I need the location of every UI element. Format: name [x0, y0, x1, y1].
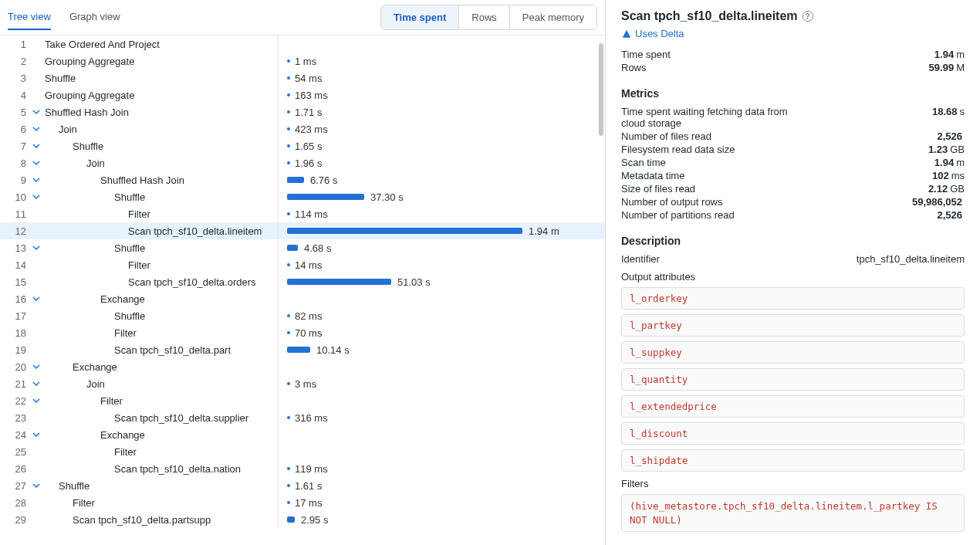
metric-cell: 37.30 s [287, 188, 404, 205]
output-attribute: l_partkey [621, 314, 965, 337]
metric-cell: 163 ms [287, 86, 328, 103]
chevron-down-icon[interactable] [31, 193, 42, 201]
line-number: 8 [0, 157, 31, 169]
metric-rows-button[interactable]: Rows [459, 5, 510, 29]
line-number: 10 [0, 191, 31, 203]
metric-value: 1 ms [295, 56, 316, 67]
metrics-heading: Metrics [621, 87, 965, 100]
line-number: 1 [0, 39, 31, 50]
chevron-down-icon[interactable] [31, 108, 42, 116]
identifier-label: Identifier [621, 253, 660, 265]
node-label: Shuffle [111, 310, 145, 322]
metric-key: Filesystem read data size [621, 144, 735, 155]
tree-row[interactable]: 16Exchange [0, 290, 605, 307]
metric-value: 37.30 s [370, 191, 404, 203]
metric-dot [287, 331, 290, 334]
metric-bar [287, 516, 295, 523]
metric-value: 1.96 s [295, 157, 322, 169]
line-number: 6 [0, 124, 31, 135]
metric-memory-button[interactable]: Peak memory [510, 5, 596, 29]
chevron-down-icon[interactable] [31, 397, 42, 405]
tree-row[interactable]: 1Take Ordered And Project [0, 36, 605, 52]
node-label: Join [56, 124, 77, 135]
chevron-down-icon[interactable] [31, 482, 42, 489]
metric-value: 51.03 s [397, 276, 431, 288]
line-number: 5 [0, 107, 31, 118]
chevron-down-icon[interactable] [31, 244, 42, 252]
tab-graph-view[interactable]: Graph view [69, 5, 120, 30]
metric-cell: 1.94 m [287, 222, 559, 239]
tree-row[interactable]: 25Filter [0, 443, 605, 460]
metric-cell: 423 ms [287, 120, 328, 137]
node-label: Shuffled Hash Join [97, 174, 184, 186]
node-label: Filter [125, 208, 150, 220]
line-number: 19 [0, 344, 31, 356]
line-number: 17 [0, 310, 31, 322]
metric-dot [287, 110, 290, 113]
tree-row[interactable]: 24Exchange [0, 426, 605, 443]
metric-value: 316 ms [295, 412, 328, 424]
metric-value: 119 ms [295, 463, 328, 475]
metric-val: 18.68s [932, 106, 965, 129]
chevron-down-icon[interactable] [31, 431, 42, 438]
metric-val: 59,986,052 [912, 196, 965, 208]
node-label: Filter [111, 446, 137, 458]
line-number: 11 [0, 208, 31, 220]
metric-toggle: Time spent Rows Peak memory [380, 5, 597, 30]
metric-cell: 1.71 s [287, 103, 322, 120]
node-label: Shuffle [69, 140, 103, 152]
line-number: 27 [0, 480, 31, 492]
metric-bar [287, 279, 391, 285]
output-attribute: l_shipdate [621, 449, 965, 472]
metric-value: 1.94 m [529, 225, 559, 237]
metric-value: 423 ms [295, 124, 328, 135]
node-label: Filter [69, 497, 95, 509]
node-label: Join [83, 378, 105, 390]
metric-val: 1.94m [934, 157, 965, 168]
delta-icon [621, 29, 632, 39]
metric-dot [287, 212, 290, 215]
line-number: 18 [0, 327, 31, 339]
summary-key: Time spent [621, 49, 671, 60]
node-label: Scan tpch_sf10_delta.supplier [111, 412, 248, 424]
metric-val: 1.23GB [928, 144, 965, 155]
detail-title: Scan tpch_sf10_delta.lineitem ? [621, 9, 965, 23]
metric-value: 1.61 s [295, 480, 322, 492]
metric-cell: 70 ms [287, 324, 322, 341]
metric-dot [287, 161, 290, 164]
chevron-down-icon[interactable] [31, 295, 42, 303]
chevron-down-icon[interactable] [31, 125, 42, 133]
help-icon[interactable]: ? [803, 11, 813, 22]
line-number: 15 [0, 276, 31, 288]
tree-row[interactable]: 22Filter [0, 392, 605, 409]
metric-dot [287, 467, 290, 470]
metric-cell: 17 ms [287, 494, 322, 511]
metric-value: 1.65 s [295, 140, 322, 152]
line-number: 16 [0, 293, 31, 305]
chevron-down-icon[interactable] [31, 142, 42, 150]
chevron-down-icon[interactable] [31, 363, 42, 371]
tree-row[interactable]: 20Exchange [0, 358, 605, 375]
chevron-down-icon[interactable] [31, 159, 42, 167]
description-heading: Description [621, 235, 965, 247]
detail-panel: Scan tpch_sf10_delta.lineitem ? Uses Del… [606, 0, 980, 545]
line-number: 13 [0, 242, 31, 254]
metric-dot [287, 501, 290, 504]
metric-dot [287, 484, 290, 487]
tab-tree-view[interactable]: Tree view [8, 5, 51, 30]
line-number: 26 [0, 463, 31, 475]
metric-val: 102ms [932, 170, 965, 181]
metric-key: Metadata time [621, 170, 684, 181]
node-label: Shuffle [56, 480, 90, 492]
metric-val: 2,526 [937, 209, 965, 221]
chevron-down-icon[interactable] [31, 176, 42, 184]
uses-delta-badge: Uses Delta [621, 28, 965, 39]
line-number: 12 [0, 225, 31, 237]
scrollbar[interactable] [599, 43, 603, 136]
chevron-down-icon[interactable] [31, 380, 42, 388]
metric-cell: 119 ms [287, 460, 328, 477]
metric-time-button[interactable]: Time spent [381, 5, 459, 29]
metric-value: 82 ms [295, 310, 322, 322]
metric-cell: 82 ms [287, 307, 322, 324]
node-label: Filter [97, 395, 123, 407]
